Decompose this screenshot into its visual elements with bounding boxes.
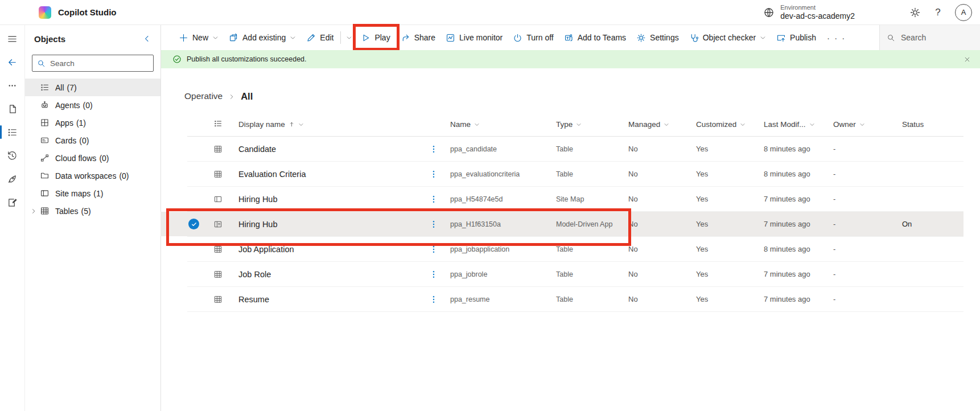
chevron-down-icon	[664, 122, 669, 128]
row-prefix	[187, 162, 238, 186]
breadcrumb: Operative All	[184, 88, 980, 105]
row-kebab-menu[interactable]	[430, 243, 438, 256]
live-monitor-button[interactable]: Live monitor	[440, 27, 508, 48]
settings-button[interactable]: Settings	[631, 27, 684, 48]
row-managed: No	[628, 270, 696, 278]
sidebar-item-agents[interactable]: Agents(0)	[25, 96, 160, 114]
column-header-label: Managed	[628, 120, 660, 129]
row-managed: No	[628, 195, 696, 203]
row-kebab-menu[interactable]	[430, 293, 438, 306]
edit-split-chevron[interactable]	[343, 27, 356, 48]
object-checker-button[interactable]: Object checker	[684, 27, 771, 48]
share-button[interactable]: Share	[396, 27, 440, 48]
sidebar-item-count: (5)	[81, 207, 90, 216]
avatar[interactable]: A	[955, 4, 972, 21]
table-row[interactable]: Hiring Hubppa_H54874e5dSite MapNoYes7 mi…	[187, 187, 963, 212]
row-kebab-menu[interactable]	[430, 268, 438, 281]
collapse-panel-icon[interactable]	[142, 34, 151, 43]
edit-button[interactable]: Edit	[301, 27, 339, 48]
row-prefix	[187, 262, 238, 286]
new-button[interactable]: New	[174, 27, 224, 48]
breadcrumb-parent[interactable]: Operative	[184, 91, 223, 101]
sidebar-item-cards[interactable]: Cards(0)	[25, 131, 160, 149]
row-managed: No	[628, 245, 696, 253]
column-header-label: Last Modif...	[764, 120, 806, 129]
table-row[interactable]: Evaluation Criteriappa_evaluationcriteri…	[187, 162, 963, 187]
settings-gear-icon[interactable]	[909, 7, 921, 18]
sidebar-item-all[interactable]: All(7)	[25, 79, 160, 96]
share-icon	[401, 33, 410, 43]
toolbar-item-label: Object checker	[703, 33, 756, 42]
row-type: Site Map	[556, 195, 628, 203]
pencil-icon	[306, 33, 316, 43]
page-edit-icon[interactable]	[1, 192, 24, 212]
play-button[interactable]: Play	[356, 27, 395, 48]
row-kebab-menu[interactable]	[430, 218, 438, 231]
row-customized: Yes	[696, 220, 764, 228]
sidebar-search[interactable]	[32, 55, 154, 72]
row-display-name: Candidate	[238, 145, 430, 154]
sidebar-item-data-workspaces[interactable]: Data workspaces(0)	[25, 167, 160, 184]
column-header-owner[interactable]: Owner	[833, 120, 902, 129]
page-icon[interactable]	[1, 98, 24, 119]
sidebar-item-apps[interactable]: Apps(1)	[25, 114, 160, 131]
add-existing-icon	[229, 33, 238, 43]
help-icon[interactable]: ?	[929, 3, 947, 22]
table-row[interactable]: Job Applicationppa_jobapplicationTableNo…	[187, 237, 963, 262]
more-commands-button[interactable]: · · ·	[821, 33, 851, 43]
sidebar-item-site-maps[interactable]: Site maps(1)	[25, 184, 160, 202]
row-kebab-menu[interactable]	[430, 193, 438, 206]
table-row[interactable]: Resumeppa_resumeTableNoYes7 minutes ago-	[187, 287, 963, 312]
card-icon	[40, 135, 50, 145]
column-header-customized[interactable]: Customized	[696, 120, 764, 129]
chevron-right-icon[interactable]	[30, 208, 37, 215]
objects-list-icon[interactable]	[1, 122, 24, 142]
hamburger-icon[interactable]	[1, 28, 24, 49]
row-owner: -	[833, 270, 902, 278]
chevron-down-icon	[760, 35, 766, 41]
toolbar-search[interactable]	[879, 25, 980, 50]
row-customized: Yes	[696, 195, 764, 203]
column-header-type[interactable]: Type	[556, 120, 628, 129]
plus-icon	[179, 33, 188, 43]
add-existing-button[interactable]: Add existing	[224, 27, 301, 48]
model-app-icon	[213, 220, 223, 229]
publish-button[interactable]: Publish	[771, 27, 821, 48]
kebab-icon	[430, 170, 438, 179]
sidebar-search-input[interactable]	[50, 59, 149, 68]
table-row[interactable]: Job Roleppa_jobroleTableNoYes7 minutes a…	[187, 262, 963, 287]
column-header-name[interactable]: Name	[450, 120, 556, 129]
table-icon	[213, 145, 223, 154]
sidebar-item-tables[interactable]: Tables(5)	[25, 202, 160, 220]
chevron-down-icon	[474, 122, 480, 128]
rocket-icon[interactable]	[1, 168, 24, 189]
select-all-icon[interactable]	[213, 119, 223, 128]
sort-asc-icon	[289, 121, 295, 128]
column-header-display-name[interactable]: Display name	[238, 120, 430, 129]
column-header-last-modif-[interactable]: Last Modif...	[764, 120, 833, 129]
sidebar-item-cloud-flows[interactable]: Cloud flows(0)	[25, 149, 160, 167]
banner-close-button[interactable]	[961, 53, 973, 65]
turn-off-button[interactable]: Turn off	[508, 27, 558, 48]
waffle-icon[interactable]	[6, 3, 25, 22]
row-customized: Yes	[696, 245, 764, 253]
row-kebab-menu[interactable]	[430, 143, 438, 155]
breadcrumb-current: All	[241, 91, 253, 102]
add-to-teams-button[interactable]: Add to Teams	[559, 27, 631, 48]
column-header-status[interactable]: Status	[902, 120, 963, 129]
toolbar-search-input[interactable]	[901, 33, 973, 42]
more-icon[interactable]	[1, 75, 24, 96]
toolbar-item-label: Share	[414, 33, 435, 42]
table-row[interactable]: Candidateppa_candidateTableNoYes8 minute…	[187, 137, 963, 162]
table-row[interactable]: Hiring Hubppa_H1f63150aModel-Driven AppN…	[187, 212, 963, 237]
row-name: ppa_jobapplication	[450, 245, 556, 253]
selected-check-icon[interactable]	[188, 219, 199, 229]
chevron-down-icon	[809, 122, 815, 128]
kebab-icon	[430, 145, 438, 154]
row-kebab-menu[interactable]	[430, 168, 438, 180]
back-arrow-icon[interactable]	[1, 52, 24, 72]
history-icon[interactable]	[1, 145, 24, 166]
environment-picker[interactable]: Environment dev-ad-cs-academy2	[763, 4, 855, 21]
column-header-managed[interactable]: Managed	[628, 120, 696, 129]
column-header-label: Status	[902, 120, 924, 129]
